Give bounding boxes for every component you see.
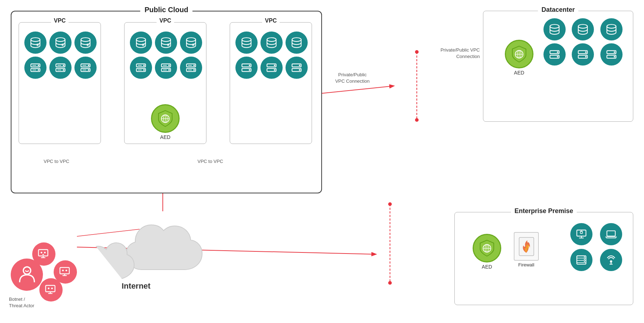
connection-label-text: Private/PublicVPC Connection bbox=[335, 72, 370, 84]
svg-point-122 bbox=[40, 251, 42, 253]
db-icon bbox=[286, 32, 308, 54]
db-icon bbox=[49, 32, 72, 54]
vpc-box-3: VPC bbox=[230, 22, 312, 144]
enterprise-title: Enterprise Premise bbox=[511, 207, 577, 215]
internet-cloud bbox=[93, 214, 204, 287]
svg-point-36 bbox=[136, 38, 146, 42]
svg-point-51 bbox=[168, 69, 170, 71]
svg-point-20 bbox=[38, 65, 39, 66]
server-icon bbox=[130, 57, 152, 79]
svg-point-50 bbox=[168, 65, 170, 66]
server-icon bbox=[24, 57, 47, 79]
svg-point-40 bbox=[186, 38, 196, 42]
svg-point-14 bbox=[56, 38, 65, 42]
svg-point-83 bbox=[550, 24, 559, 28]
svg-point-64 bbox=[242, 38, 251, 42]
vpc3-server-grid bbox=[234, 30, 308, 81]
svg-rect-106 bbox=[580, 232, 582, 233]
svg-point-57 bbox=[193, 69, 195, 71]
svg-point-134 bbox=[51, 287, 53, 289]
svg-point-66 bbox=[292, 38, 301, 42]
server-icon bbox=[260, 57, 283, 79]
skull-monitor-1 bbox=[32, 242, 55, 266]
svg-point-133 bbox=[48, 287, 49, 289]
vpc2-aed: AED bbox=[151, 104, 180, 140]
svg-point-21 bbox=[38, 69, 39, 71]
datacenter-aed: AED bbox=[505, 40, 533, 76]
svg-rect-125 bbox=[60, 267, 69, 274]
botnet-area: Botnet /Threat Actor bbox=[7, 223, 86, 305]
public-cloud-box: Public Cloud VPC bbox=[11, 11, 322, 193]
svg-rect-130 bbox=[45, 285, 55, 291]
db-icon bbox=[572, 18, 594, 40]
datacenter-box: Datacenter AED Private/Pub bbox=[483, 11, 633, 122]
db-icon bbox=[260, 32, 283, 54]
svg-point-112 bbox=[584, 256, 585, 257]
svg-point-85 bbox=[607, 24, 616, 28]
svg-point-115 bbox=[610, 260, 612, 262]
botnet-label-container: Botnet /Threat Actor bbox=[9, 296, 34, 309]
iot-icon bbox=[600, 249, 622, 271]
svg-point-114 bbox=[584, 261, 585, 262]
svg-point-88 bbox=[557, 52, 558, 53]
vpc-2-title: VPC bbox=[157, 18, 174, 24]
firewall-icon bbox=[514, 232, 539, 261]
svg-point-129 bbox=[65, 269, 67, 271]
server-icon bbox=[180, 57, 202, 79]
svg-point-44 bbox=[143, 65, 145, 66]
svg-point-10 bbox=[388, 202, 392, 206]
server-icon bbox=[572, 43, 594, 66]
rack-server-icon bbox=[570, 249, 592, 271]
server-icon bbox=[74, 57, 97, 79]
svg-point-113 bbox=[584, 259, 585, 260]
svg-point-32 bbox=[88, 65, 89, 66]
server-icon bbox=[600, 43, 623, 66]
svg-point-97 bbox=[614, 56, 615, 57]
svg-point-77 bbox=[299, 65, 300, 66]
svg-point-70 bbox=[249, 69, 250, 71]
skull-monitor-3 bbox=[39, 278, 63, 302]
vpc-box-2: VPC bbox=[124, 22, 206, 144]
svg-point-123 bbox=[44, 251, 46, 253]
datacenter-aed-label: AED bbox=[514, 70, 525, 76]
svg-point-74 bbox=[274, 69, 275, 71]
connection-label-overlay: Private/PublicVPC Connection bbox=[324, 72, 381, 85]
svg-point-69 bbox=[249, 65, 250, 66]
svg-point-65 bbox=[267, 38, 276, 42]
botnet-label: Botnet /Threat Actor bbox=[9, 297, 34, 308]
server-icon bbox=[543, 43, 566, 66]
svg-point-4 bbox=[415, 50, 419, 54]
svg-point-56 bbox=[193, 65, 195, 66]
svg-point-12 bbox=[31, 38, 40, 42]
internet-label: Internet bbox=[122, 281, 151, 291]
enterprise-aed-label: AED bbox=[482, 264, 492, 270]
datacenter-aed-shield bbox=[505, 40, 533, 68]
svg-point-26 bbox=[63, 65, 64, 66]
enterprise-aed-shield bbox=[473, 234, 501, 262]
vpc-connection-label: Private/Public VPC Connection bbox=[426, 47, 480, 60]
vpc-1-title: VPC bbox=[51, 18, 69, 24]
vpc-box-1: VPC bbox=[19, 22, 101, 144]
aed-shield-vpc2 bbox=[151, 104, 180, 133]
svg-point-118 bbox=[23, 267, 31, 274]
laptop-icon bbox=[600, 223, 622, 245]
vpc1-server-grid bbox=[23, 30, 97, 81]
svg-point-11 bbox=[388, 281, 392, 285]
db-icon bbox=[74, 32, 97, 54]
db-icon bbox=[24, 32, 47, 54]
db-icon bbox=[130, 32, 152, 54]
db-icon bbox=[180, 32, 202, 54]
db-icon bbox=[600, 18, 623, 40]
vpc2-server-grid bbox=[128, 30, 203, 81]
svg-point-78 bbox=[299, 69, 300, 71]
enterprise-box: Enterprise Premise AED bbox=[454, 212, 633, 305]
firewall-container: Firewall bbox=[514, 232, 539, 267]
svg-rect-107 bbox=[607, 231, 615, 236]
vpc-3-title: VPC bbox=[262, 18, 280, 24]
svg-point-128 bbox=[62, 269, 64, 271]
svg-point-84 bbox=[579, 24, 588, 28]
svg-point-89 bbox=[557, 56, 558, 57]
svg-point-93 bbox=[585, 56, 587, 57]
vpc2-aed-label: AED bbox=[160, 134, 171, 140]
public-cloud-title: Public Cloud bbox=[140, 6, 192, 14]
